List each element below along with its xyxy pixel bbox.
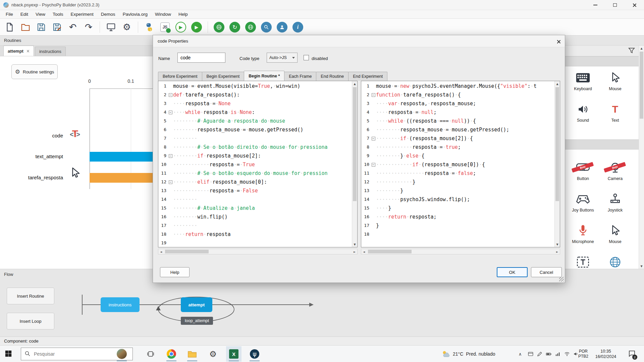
taskbar-app-task-view[interactable] bbox=[143, 346, 158, 362]
component-joystick[interactable]: Joystick bbox=[599, 191, 631, 223]
component-sound[interactable]: Sound bbox=[567, 101, 599, 133]
scroll-down-icon[interactable] bbox=[352, 242, 357, 247]
taskbar-app-file-explorer[interactable] bbox=[184, 346, 200, 362]
save-button[interactable] bbox=[34, 20, 48, 34]
dialog-tab-end-experiment[interactable]: End Experiment bbox=[348, 72, 387, 81]
component-form[interactable] bbox=[599, 254, 631, 269]
dialog-tab-begin-routine[interactable]: Begin Routine * bbox=[244, 71, 284, 81]
flow-routine-instructions[interactable]: instructions bbox=[101, 297, 140, 312]
close-tab-icon[interactable] bbox=[26, 50, 30, 53]
scroll-up-icon[interactable] bbox=[352, 81, 357, 86]
scroll-right-icon[interactable] bbox=[352, 249, 357, 254]
component-row-label-code[interactable]: code bbox=[0, 133, 63, 138]
component-keyboard[interactable]: Keyboard bbox=[567, 70, 599, 101]
js-editor-hscrollbar[interactable] bbox=[361, 249, 560, 254]
text-component-icon[interactable]: T bbox=[66, 128, 84, 139]
js-code-editor[interactable]: 1mouse·=·new·psychoJS.eventManager.Mouse… bbox=[361, 81, 560, 247]
tarefa-resposta-time-bar[interactable] bbox=[90, 173, 158, 183]
scrollbar-thumb[interactable] bbox=[555, 87, 559, 201]
scrollbar-thumb[interactable] bbox=[165, 250, 209, 253]
scroll-right-icon[interactable] bbox=[554, 249, 560, 254]
search-input[interactable] bbox=[34, 351, 114, 357]
language-indicator[interactable]: POR PTB2 bbox=[578, 346, 588, 362]
scroll-left-icon[interactable] bbox=[158, 249, 164, 254]
pavlovia-info-button[interactable]: i bbox=[291, 20, 305, 34]
monitor-center-button[interactable] bbox=[104, 20, 118, 34]
component-button[interactable]: BetaButton bbox=[567, 160, 599, 191]
notification-center-button[interactable]: 2 bbox=[625, 346, 639, 362]
dialog-tab-each-frame[interactable]: Each Frame bbox=[284, 72, 316, 81]
disabled-checkbox[interactable] bbox=[304, 55, 309, 60]
fold-marker-icon[interactable] bbox=[372, 93, 375, 97]
help-button[interactable]: Help bbox=[160, 267, 190, 277]
experiment-settings-button[interactable]: ⚙ bbox=[120, 20, 134, 34]
ok-button[interactable]: OK bbox=[497, 267, 528, 277]
taskbar-app-settings[interactable]: ⚙ bbox=[205, 346, 221, 362]
menu-pavlovia-org[interactable]: Pavlovia.org bbox=[119, 10, 151, 19]
tray-window-icon[interactable] bbox=[527, 346, 535, 362]
scroll-down-icon[interactable] bbox=[555, 242, 560, 247]
scroll-up-icon[interactable] bbox=[555, 81, 560, 86]
dialog-tab-before-experiment[interactable]: Before Experiment bbox=[158, 72, 202, 81]
taskbar-app-psychopy-splash[interactable] bbox=[114, 346, 129, 362]
tray-battery-icon[interactable] bbox=[545, 346, 553, 362]
fold-marker-icon[interactable] bbox=[169, 111, 172, 114]
open-file-button[interactable] bbox=[18, 20, 33, 34]
flow-routine-attempt[interactable]: attempt bbox=[181, 297, 212, 312]
pavlovia-globe-button[interactable] bbox=[244, 20, 258, 34]
scrollbar-thumb[interactable] bbox=[353, 87, 357, 201]
minimize-button[interactable] bbox=[586, 0, 605, 10]
redo-button[interactable]: ↷ bbox=[82, 20, 96, 34]
fold-marker-icon[interactable] bbox=[169, 154, 172, 158]
start-button[interactable] bbox=[5, 350, 12, 358]
scroll-left-icon[interactable] bbox=[361, 249, 367, 254]
component-textbox[interactable] bbox=[567, 254, 599, 269]
menu-help[interactable]: Help bbox=[175, 10, 192, 19]
pavlovia-run-button[interactable] bbox=[212, 20, 226, 34]
dialog-close-button[interactable] bbox=[555, 39, 561, 45]
send-to-runner-button[interactable]: ▶ bbox=[174, 20, 188, 34]
run-button[interactable]: ▶ bbox=[190, 20, 204, 34]
menu-tools[interactable]: Tools bbox=[49, 10, 67, 19]
cancel-button[interactable]: Cancel bbox=[531, 267, 562, 277]
js-editor-vscrollbar[interactable] bbox=[554, 81, 560, 247]
filter-icon[interactable] bbox=[628, 47, 635, 55]
mouse-component-icon[interactable] bbox=[66, 167, 84, 179]
scroll-up-icon[interactable] bbox=[639, 46, 644, 51]
text-attempt-time-bar[interactable] bbox=[90, 152, 158, 162]
taskbar-clock[interactable]: 10:35 16/02/2024 bbox=[593, 346, 619, 362]
new-file-button[interactable] bbox=[3, 20, 17, 34]
components-scrollbar[interactable] bbox=[639, 46, 644, 269]
component-camera[interactable]: BetaCamera bbox=[599, 160, 631, 191]
routine-settings-button[interactable]: ⚙ Routine settings bbox=[11, 64, 58, 79]
tray-signal-icon[interactable] bbox=[554, 346, 562, 362]
taskbar-weather[interactable]: 21°C Pred. nublado bbox=[441, 346, 495, 362]
menu-file[interactable]: File bbox=[2, 10, 17, 19]
python-code-editor[interactable]: 1mouse·=·event.Mouse(visible=True,·win=w… bbox=[158, 81, 358, 247]
save-as-button[interactable] bbox=[50, 20, 64, 34]
component-text[interactable]: TText bbox=[599, 101, 631, 133]
python-code-lines[interactable]: 1mouse·=·event.Mouse(visible=True,·win=w… bbox=[158, 81, 352, 247]
taskbar-app-psychopy[interactable]: ψ bbox=[247, 346, 262, 362]
fold-marker-icon[interactable] bbox=[169, 93, 172, 97]
python-editor-hscrollbar[interactable] bbox=[158, 249, 358, 254]
name-input[interactable] bbox=[177, 53, 225, 63]
menu-window[interactable]: Window bbox=[151, 10, 175, 19]
component-row-label-tarefa-resposta[interactable]: tarefa_resposta bbox=[0, 175, 63, 180]
pavlovia-sync-button[interactable]: ↻ bbox=[228, 20, 242, 34]
code-type-dropdown[interactable]: Auto->JS bbox=[267, 53, 298, 63]
pavlovia-search-button[interactable] bbox=[259, 20, 273, 34]
maximize-button[interactable] bbox=[605, 0, 625, 10]
dialog-tab-begin-experiment[interactable]: Begin Experiment bbox=[202, 72, 245, 81]
flow-loop-label[interactable]: loop_attempt bbox=[181, 317, 213, 325]
menu-demos[interactable]: Demos bbox=[97, 10, 119, 19]
component-joybuttons[interactable]: Joy Buttons bbox=[567, 191, 599, 223]
compile-js-button[interactable]: JS bbox=[158, 20, 172, 34]
tray-pen-icon[interactable] bbox=[536, 346, 544, 362]
menu-edit[interactable]: Edit bbox=[17, 10, 32, 19]
component-mouse[interactable]: Mouse bbox=[599, 70, 631, 101]
tray-wifi-icon[interactable] bbox=[563, 346, 571, 362]
scroll-down-icon[interactable] bbox=[639, 263, 644, 269]
resize-grip[interactable] bbox=[559, 277, 564, 282]
scrollbar-thumb[interactable] bbox=[368, 250, 412, 253]
